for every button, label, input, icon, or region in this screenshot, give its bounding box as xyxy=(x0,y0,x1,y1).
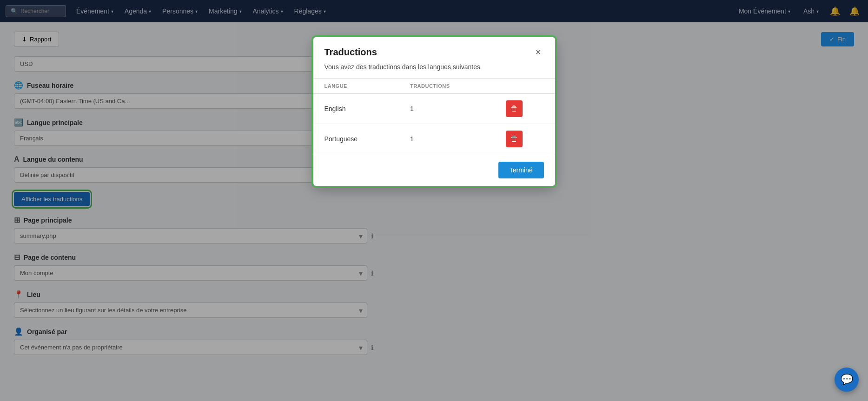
translations-modal: Traductions × Vous avez des traductions … xyxy=(313,37,555,186)
trash-icon: 🗑 xyxy=(510,105,518,113)
table-row: Portuguese 1 🗑 xyxy=(313,124,555,154)
delete-button[interactable]: 🗑 xyxy=(506,131,523,147)
langue-cell: Portuguese xyxy=(313,124,399,154)
modal-subtitle: Vous avez des traductions dans les langu… xyxy=(313,63,555,78)
modal-title: Traductions xyxy=(325,47,377,58)
col-langue: LANGUE xyxy=(313,79,399,94)
chat-button[interactable]: 💬 xyxy=(835,368,859,392)
delete-button[interactable]: 🗑 xyxy=(506,100,523,117)
col-traductions: TRADUCTIONS xyxy=(399,79,495,94)
modal-close-button[interactable]: × xyxy=(533,46,544,58)
delete-cell: 🗑 xyxy=(495,124,555,154)
langue-cell: English xyxy=(313,94,399,124)
table-row: English 1 🗑 xyxy=(313,94,555,124)
count-cell: 1 xyxy=(399,94,495,124)
termine-button[interactable]: Terminé xyxy=(498,162,544,178)
modal-header: Traductions × xyxy=(313,37,555,63)
count-cell: 1 xyxy=(399,124,495,154)
table-header-row: LANGUE TRADUCTIONS xyxy=(313,79,555,94)
col-actions xyxy=(495,79,555,94)
trash-icon: 🗑 xyxy=(510,135,518,143)
translations-table: LANGUE TRADUCTIONS English 1 🗑 Portugues… xyxy=(313,78,555,154)
delete-cell: 🗑 xyxy=(495,94,555,124)
modal-footer: Terminé xyxy=(313,154,555,186)
modal-overlay: Traductions × Vous avez des traductions … xyxy=(0,0,868,401)
chat-icon: 💬 xyxy=(841,374,853,386)
